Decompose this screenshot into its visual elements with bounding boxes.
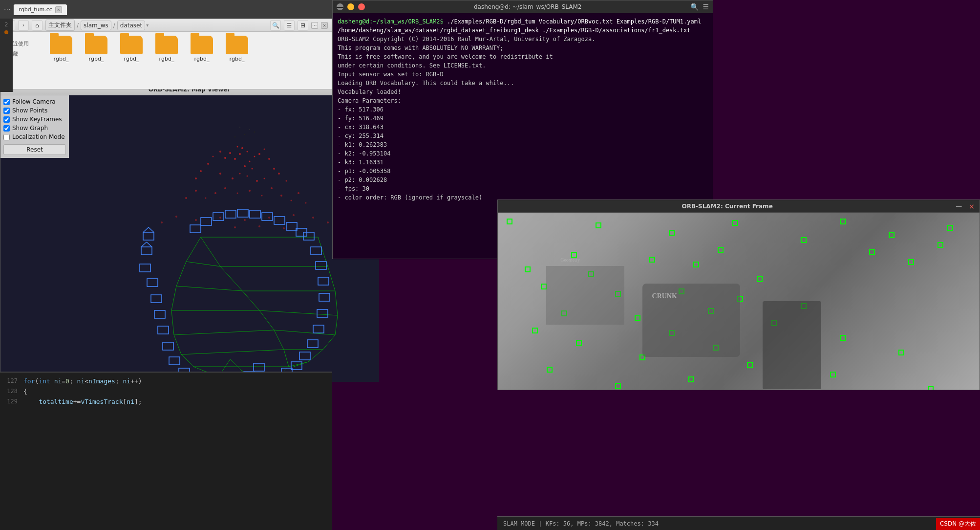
line-number-129: 129 xyxy=(0,397,23,407)
view-btn[interactable]: ☰ xyxy=(284,20,295,31)
feature-point-3 xyxy=(732,220,738,226)
term-min-btn[interactable]: — xyxy=(337,3,343,10)
localization-mode-checkbox[interactable] xyxy=(3,134,10,140)
more-btn[interactable]: ⋯ xyxy=(311,22,318,29)
terminal-output-line: - fps: 30 xyxy=(338,184,708,193)
frame-scene: CRUNK Geometry xyxy=(498,213,980,390)
svg-point-34 xyxy=(224,187,226,189)
view-btn2[interactable]: ⊞ xyxy=(298,20,308,31)
breadcrumb-slam[interactable]: slam_ws xyxy=(81,21,111,30)
forward-btn[interactable]: › xyxy=(18,20,29,31)
term-restore-btn[interactable] xyxy=(347,3,354,10)
tab-close-btn[interactable]: × xyxy=(55,6,62,13)
show-keyframes-label: Show KeyFrames xyxy=(12,116,62,123)
feature-point-8 xyxy=(525,266,531,272)
feature-point-6 xyxy=(649,257,655,263)
book-text-1: CRUNK xyxy=(652,292,677,300)
svg-point-39 xyxy=(214,192,216,194)
folder-item-5[interactable]: rgbd_ xyxy=(222,36,252,62)
svg-point-45 xyxy=(185,197,187,199)
folder-list: rgbd_rgbd_rgbd_rgbd_rgbd_rgbd_ xyxy=(46,36,252,62)
feature-point-10 xyxy=(693,262,699,267)
folder-item-0[interactable]: rgbd_ xyxy=(46,36,76,62)
term-close-btn[interactable] xyxy=(358,3,365,10)
localization-mode-label: Localization Mode xyxy=(12,133,65,140)
svg-point-47 xyxy=(219,217,221,219)
map-viewer-controls: Follow Camera Show Points Show KeyFrames… xyxy=(0,95,69,158)
folder-label-2: rgbd_ xyxy=(124,56,139,62)
svg-point-29 xyxy=(244,134,246,135)
folder-item-4[interactable]: rgbd_ xyxy=(187,36,216,62)
feature-point-11 xyxy=(757,276,763,282)
show-graph-label: Show Graph xyxy=(12,125,48,132)
svg-point-18 xyxy=(207,163,209,165)
feature-point-28 xyxy=(747,362,753,368)
svg-point-35 xyxy=(237,193,238,194)
dropdown-arrow[interactable]: ▾ xyxy=(146,22,149,28)
terminal-output-line: Vocabulary loaded! xyxy=(338,88,708,96)
breadcrumb-dataset[interactable]: dataset xyxy=(117,21,145,30)
svg-point-22 xyxy=(256,180,258,182)
feature-point-33 xyxy=(928,386,934,390)
svg-point-53 xyxy=(175,216,177,218)
terminal-output-line: - fy: 516.469 xyxy=(338,114,708,123)
feature-point-35 xyxy=(889,232,895,238)
feature-point-18 xyxy=(635,315,640,321)
close-btn[interactable]: × xyxy=(321,22,328,29)
show-keyframes-checkbox[interactable] xyxy=(3,116,10,123)
reset-button[interactable]: Reset xyxy=(3,144,66,155)
feature-point-38 xyxy=(869,249,875,255)
svg-point-24 xyxy=(219,173,221,175)
svg-point-49 xyxy=(268,217,270,219)
file-manager: ‹ › ⌂ 主文件夹 / slam_ws / dataset ▾ 🔍 ☰ ⊞ ⋯… xyxy=(0,19,332,89)
csdn-label: CSDN @大佐 xyxy=(940,520,976,527)
feature-point-24 xyxy=(576,340,582,346)
desk-object-2 xyxy=(763,301,821,389)
svg-point-8 xyxy=(237,146,238,148)
terminal-output-line: This program comes with ABSOLUTELY NO WA… xyxy=(338,44,708,52)
folder-item-3[interactable]: rgbd_ xyxy=(152,36,181,62)
tab-label: rgbd_tum.cc xyxy=(19,6,52,13)
svg-point-25 xyxy=(200,170,202,172)
folder-item-1[interactable]: rgbd_ xyxy=(82,36,111,62)
search-btn[interactable]: 🔍 xyxy=(270,20,281,31)
feature-point-26 xyxy=(898,350,904,355)
show-points-label: Show Points xyxy=(12,107,47,114)
home-btn[interactable]: ⌂ xyxy=(32,20,43,31)
svg-point-10 xyxy=(244,165,246,167)
svg-point-50 xyxy=(293,214,295,216)
folder-icon-0 xyxy=(50,36,72,54)
svg-point-37 xyxy=(261,195,263,197)
terminal-output-line: This is free software, and you are welco… xyxy=(338,52,708,61)
status-bar: SLAM MODE | KFs: 56, MPs: 3842, Matches:… xyxy=(497,516,980,530)
line-number-127: 127 xyxy=(0,376,23,387)
line-code-129: totaltime+=vTimesTrack[ni]; xyxy=(23,397,142,407)
show-points-checkbox[interactable] xyxy=(3,108,10,114)
terminal-prompt: dasheng@d:~/slam_ws/ORB_SLAM2$ xyxy=(338,18,444,25)
sidebar-dot xyxy=(4,30,8,34)
terminal-menu-icon[interactable]: ☰ xyxy=(703,3,709,11)
frame-min-btn[interactable]: — xyxy=(956,202,962,210)
active-tab[interactable]: rgbd_tum.cc × xyxy=(13,4,67,15)
csdn-corner[interactable]: CSDN @大佐 xyxy=(936,518,980,530)
line-code-128: { xyxy=(23,387,27,397)
breadcrumb-home[interactable]: 主文件夹 xyxy=(45,20,75,31)
frame-close-btn[interactable]: × xyxy=(969,202,975,210)
svg-point-12 xyxy=(224,157,226,159)
localization-mode-row: Localization Mode xyxy=(3,133,66,140)
svg-point-54 xyxy=(327,221,329,223)
svg-point-13 xyxy=(264,149,265,150)
terminal-output-line: Loading ORB Vocabulary. This could take … xyxy=(338,79,708,88)
terminal-search-icon[interactable]: 🔍 xyxy=(690,3,699,11)
folder-label-5: rgbd_ xyxy=(230,56,245,62)
svg-point-3 xyxy=(234,158,236,160)
frame-viewer-titlebar: ORB-SLAM2: Current Frame — × xyxy=(498,200,980,213)
folder-icon-2 xyxy=(120,36,143,54)
svg-point-14 xyxy=(268,158,270,160)
show-graph-checkbox[interactable] xyxy=(3,125,10,132)
folder-icon-5 xyxy=(226,36,248,54)
frame-viewer-title: ORB-SLAM2: Current Frame xyxy=(503,203,952,210)
taskbar-dots[interactable]: ··· xyxy=(4,5,10,13)
folder-item-2[interactable]: rgbd_ xyxy=(117,36,146,62)
follow-camera-checkbox[interactable] xyxy=(3,99,10,105)
